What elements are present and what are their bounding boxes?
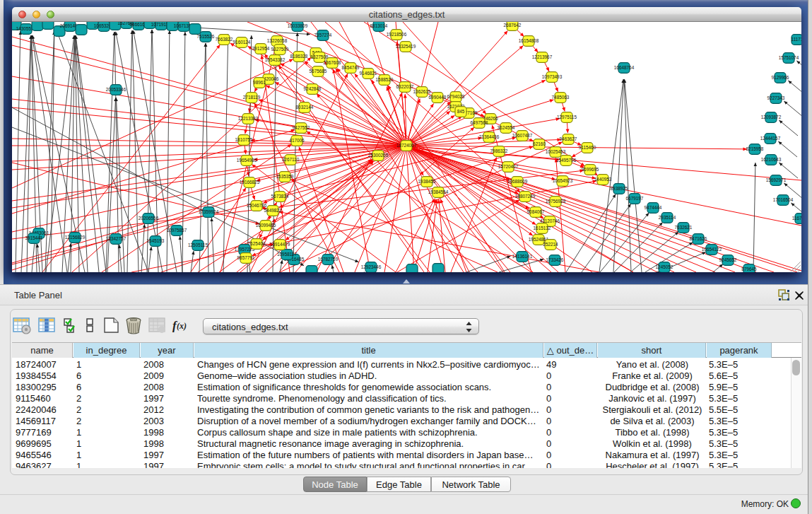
svg-text:9327508: 9327508 (311, 54, 329, 59)
svg-text:20206556: 20206556 (139, 216, 159, 221)
svg-text:10654122: 10654122 (702, 247, 722, 252)
svg-text:10654923: 10654923 (553, 178, 573, 183)
svg-text:(x): (x) (177, 321, 187, 331)
svg-text:7663822: 7663822 (216, 37, 233, 42)
svg-text:12093872: 12093872 (761, 115, 782, 119)
svg-text:252214: 252214 (543, 242, 558, 247)
svg-text:9463627: 9463627 (560, 136, 577, 141)
svg-text:9115460: 9115460 (579, 145, 596, 150)
svg-text:7986322: 7986322 (490, 148, 508, 153)
svg-text:1733426: 1733426 (546, 257, 564, 262)
svg-text:9474444: 9474444 (645, 205, 662, 210)
svg-text:9227343: 9227343 (767, 95, 785, 100)
svg-text:16154808: 16154808 (519, 38, 539, 43)
svg-text:8215958: 8215958 (746, 146, 764, 151)
svg-text:7515526: 7515526 (197, 34, 215, 39)
svg-text:9245652: 9245652 (719, 257, 737, 262)
svg-text:2687642: 2687642 (504, 23, 522, 28)
svg-text:879645: 879645 (741, 267, 757, 271)
svg-text:10025453: 10025453 (546, 149, 566, 154)
svg-text:12156829: 12156829 (65, 235, 86, 240)
svg-text:12213967: 12213967 (532, 54, 553, 59)
svg-text:9146821: 9146821 (360, 71, 377, 76)
svg-text:12923446: 12923446 (361, 264, 382, 269)
svg-text:15495796: 15495796 (556, 158, 577, 163)
svg-text:2935114: 2935114 (659, 215, 676, 220)
svg-text:13325419: 13325419 (396, 44, 416, 49)
svg-text:14136141: 14136141 (512, 254, 533, 259)
svg-text:7625402: 7625402 (248, 241, 266, 246)
svg-text:8813014: 8813014 (370, 23, 388, 28)
svg-text:10688609: 10688609 (507, 179, 528, 184)
svg-text:9327509: 9327509 (271, 47, 289, 52)
svg-text:12342757: 12342757 (106, 236, 126, 241)
svg-text:1545193: 1545193 (147, 238, 165, 243)
svg-text:8186328: 8186328 (290, 54, 308, 59)
svg-text:15046786: 15046786 (247, 203, 267, 208)
svg-text:7632621: 7632621 (675, 225, 693, 230)
svg-text:16033809: 16033809 (288, 23, 308, 28)
svg-text:25300205: 25300205 (368, 153, 389, 158)
svg-text:1810755: 1810755 (235, 137, 253, 142)
svg-text:62160: 62160 (533, 141, 546, 146)
svg-text:19384554: 19384554 (428, 189, 449, 194)
svg-text:5675685: 5675685 (310, 69, 327, 74)
svg-text:1440953: 1440953 (594, 177, 612, 182)
svg-text:17016504: 17016504 (773, 197, 794, 202)
svg-text:12975115: 12975115 (557, 115, 577, 119)
svg-text:9242848: 9242848 (304, 86, 322, 91)
svg-text:9857791: 9857791 (237, 255, 255, 260)
svg-text:12213383: 12213383 (238, 116, 259, 121)
svg-text:1938455: 1938455 (418, 179, 436, 184)
svg-text:3624554: 3624554 (498, 125, 515, 130)
svg-text:7485063: 7485063 (552, 95, 570, 100)
svg-text:19166825: 19166825 (240, 180, 260, 185)
svg-text:10973493: 10973493 (542, 74, 563, 79)
svg-text:9129966: 9129966 (772, 75, 789, 80)
svg-text:17359924: 17359924 (199, 209, 219, 214)
svg-text:11171: 11171 (792, 37, 801, 42)
svg-text:1535359: 1535359 (276, 174, 294, 179)
svg-text:3267110: 3267110 (282, 157, 300, 162)
svg-text:9699695: 9699695 (582, 167, 599, 172)
svg-text:6990448: 6990448 (429, 95, 447, 100)
svg-text:7357274: 7357274 (314, 33, 332, 37)
svg-text:1588520: 1588520 (376, 77, 394, 82)
svg-text:16914479: 16914479 (270, 242, 290, 247)
svg-text:1362615: 1362615 (413, 89, 431, 94)
svg-text:417006: 417006 (289, 138, 305, 143)
svg-text:9427552: 9427552 (293, 125, 310, 130)
svg-text:845: 845 (457, 109, 465, 114)
svg-text:21364436: 21364436 (479, 134, 500, 139)
svg-text:6679197: 6679197 (626, 196, 644, 201)
svg-text:18807249: 18807249 (515, 194, 536, 199)
svg-text:1615132: 1615132 (534, 226, 551, 230)
svg-text:19654985: 19654985 (237, 158, 257, 163)
svg-text:12505115: 12505115 (188, 243, 208, 247)
svg-text:2718119: 2718119 (243, 95, 261, 100)
svg-text:2367608: 2367608 (324, 60, 341, 65)
svg-text:16210643: 16210643 (761, 157, 782, 162)
svg-text:18724007: 18724007 (396, 143, 417, 148)
svg-text:13226058: 13226058 (267, 38, 288, 43)
svg-text:16782759: 16782759 (318, 257, 339, 262)
svg-text:10543382: 10543382 (265, 57, 286, 62)
svg-text:9084067: 9084067 (527, 209, 545, 214)
svg-text:12444157: 12444157 (760, 136, 781, 141)
svg-text:8454749: 8454749 (342, 65, 360, 70)
svg-text:15692971: 15692971 (766, 177, 787, 182)
svg-text:10975857: 10975857 (167, 228, 187, 233)
svg-text:8032144: 8032144 (296, 105, 314, 110)
svg-text:9160124: 9160124 (233, 40, 251, 45)
svg-text:10958117: 10958117 (277, 252, 297, 257)
svg-text:10607487: 10607487 (512, 133, 533, 138)
svg-text:6497568: 6497568 (471, 120, 488, 125)
svg-text:19218506: 19218506 (387, 32, 407, 37)
svg-text:15720407: 15720407 (498, 164, 519, 169)
svg-text:8471626: 8471626 (690, 236, 707, 241)
svg-text:5449822: 5449822 (264, 208, 282, 213)
svg-text:15751074: 15751074 (779, 55, 799, 60)
svg-text:20053346: 20053346 (106, 87, 126, 92)
svg-text:3912954: 3912954 (252, 46, 270, 51)
svg-text:16099485: 16099485 (256, 223, 276, 228)
